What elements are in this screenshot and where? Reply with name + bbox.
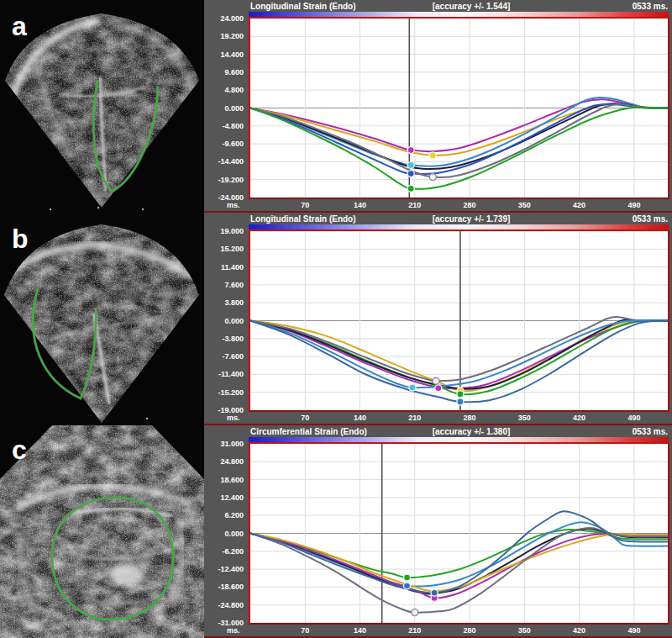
peak-strain-marker-segment-steelblue (431, 589, 438, 596)
peak-strain-marker-segment-green (404, 574, 411, 581)
y-tick-label: 12.400 (202, 493, 244, 501)
y-tick-label: 19.000 (202, 227, 244, 235)
peak-strain-marker-segment-gray (433, 377, 439, 384)
x-axis-unit-label: ms. (227, 626, 249, 635)
y-tick-label: 4.800 (202, 86, 244, 94)
accuracy-label: [accuracy +/- 1.739] (433, 214, 511, 224)
y-tick-label: -18.600 (202, 583, 244, 591)
x-tick-label: 280 (459, 414, 480, 422)
strain-curve-segment-magenta (250, 320, 668, 388)
y-tick-label: 7.600 (202, 280, 244, 288)
accuracy-label: [accuracy +/- 1.380] (433, 426, 511, 437)
x-tick-label: 140 (350, 626, 370, 635)
y-axis: 31.00024.80018.60012.4006.2000.000-6.200… (204, 444, 245, 623)
x-tick-label: 140 (350, 201, 370, 209)
x-tick-label: 490 (624, 626, 644, 635)
x-axis-unit-label: ms. (227, 414, 249, 422)
x-tick-label: 350 (514, 414, 534, 422)
panel-row-a: a Longitudinal Strain (Endo) [accuracy +… (0, 0, 672, 213)
y-tick-label: -15.200 (202, 388, 244, 396)
chart-title: Circumferential Strain (Endo) (250, 426, 367, 437)
time-label: 0533 ms. (633, 1, 668, 12)
y-tick-label: 9.600 (202, 67, 244, 76)
peak-strain-marker-segment-lightblue (407, 161, 414, 168)
ultrasound-cell-b: b (0, 213, 204, 425)
peak-strain-marker-segment-green (407, 185, 414, 192)
chart-title: Longitudinal Strain (Endo) (250, 214, 356, 224)
chart-title: Longitudinal Strain (Endo) (250, 1, 356, 12)
panel-row-b: b Longitudinal Strain (Endo) [accuracy +… (0, 213, 672, 425)
y-tick-label: 14.400 (202, 50, 244, 58)
y-tick-label: 0.000 (202, 316, 244, 324)
y-tick-label: -14.400 (202, 157, 244, 166)
ultrasound-image-short-axis-c: c (0, 425, 204, 638)
y-tick-label: 19.200 (202, 32, 244, 40)
ultrasound-cell-c: c (0, 425, 204, 638)
time-label: 0533 ms. (633, 426, 668, 437)
panel-label: c (12, 435, 27, 465)
y-axis: 24.00019.20014.4009.6004.8000.000-4.800-… (204, 18, 245, 198)
marker-dot (146, 418, 149, 420)
y-tick-label: -31.000 (202, 619, 244, 627)
figure-root: a Longitudinal Strain (Endo) [accuracy +… (0, 0, 672, 638)
chart-header: Longitudinal Strain (Endo) [accuracy +/-… (249, 214, 669, 224)
panel-row-c: c Circumferential Strain (Endo) [accurac… (0, 425, 672, 638)
peak-strain-marker-segment-magenta (407, 147, 414, 154)
y-tick-label: -12.400 (202, 565, 244, 573)
x-tick-label: 420 (570, 201, 590, 209)
y-tick-label: -24.000 (202, 193, 244, 202)
y-tick-label: 0.000 (202, 103, 244, 112)
x-axis: ms.70140210280350420490 (204, 414, 672, 424)
peak-strain-marker-segment-gray (429, 174, 436, 181)
accuracy-label: [accuracy +/- 1.544] (433, 1, 511, 12)
strain-curve-segment-navy (250, 319, 668, 389)
y-tick-label: 31.000 (202, 440, 244, 448)
x-tick-label: 70 (295, 201, 315, 209)
strain-chart-svg[interactable] (250, 444, 668, 623)
peak-strain-marker-segment-yellow (429, 152, 436, 159)
x-tick-label: 490 (624, 201, 644, 209)
x-tick-label: 280 (459, 201, 480, 209)
marker-dot (97, 207, 99, 208)
peak-strain-marker-segment-green (457, 391, 464, 398)
chart-header: Circumferential Strain (Endo) [accuracy … (249, 426, 669, 437)
y-tick-label: -4.800 (202, 121, 244, 129)
y-tick-label: 3.800 (202, 298, 244, 307)
strain-chart-svg[interactable] (250, 18, 668, 198)
y-tick-label: 18.600 (202, 475, 244, 483)
y-tick-label: 6.200 (202, 511, 244, 519)
strain-plot-area[interactable] (249, 17, 669, 199)
y-tick-label: -19.200 (202, 175, 244, 183)
x-tick-label: 420 (570, 626, 590, 635)
y-axis: 19.00015.20011.4007.6003.8000.000-3.800-… (204, 231, 245, 410)
ultrasound-sector (0, 425, 204, 638)
peak-strain-marker-segment-lightblue (404, 583, 411, 589)
y-tick-label: -3.800 (202, 334, 244, 342)
marker-dot (142, 208, 144, 210)
strain-plot-area[interactable] (249, 442, 669, 625)
ultrasound-image-apical-b: b (0, 213, 204, 425)
peak-strain-marker-segment-steelblue (457, 398, 464, 405)
y-tick-label: -19.000 (202, 406, 244, 414)
y-tick-label: -9.600 (202, 140, 244, 148)
ultrasound-image-apical-a: a (0, 0, 204, 213)
strain-chart-svg[interactable] (250, 231, 668, 410)
y-tick-label: 15.200 (202, 245, 244, 253)
panel-label: a (12, 11, 27, 41)
x-tick-label: 210 (405, 414, 425, 422)
strain-curve-segment-yellow (250, 534, 668, 592)
peak-strain-marker-segment-gray (412, 609, 418, 616)
x-tick-label: 70 (295, 626, 315, 635)
x-axis: ms.70140210280350420490 (204, 201, 672, 211)
y-tick-label: 24.800 (202, 457, 244, 466)
x-tick-label: 280 (459, 626, 480, 635)
x-tick-label: 210 (405, 626, 425, 635)
peak-strain-marker-segment-blue (407, 171, 414, 177)
peak-strain-marker-segment-magenta (435, 385, 442, 392)
x-tick-label: 490 (624, 414, 644, 422)
x-tick-label: 350 (514, 201, 534, 209)
x-tick-label: 70 (295, 414, 315, 422)
strain-plot-area[interactable] (249, 229, 669, 412)
x-tick-label: 210 (405, 201, 425, 209)
time-label: 0533 ms. (633, 214, 668, 224)
